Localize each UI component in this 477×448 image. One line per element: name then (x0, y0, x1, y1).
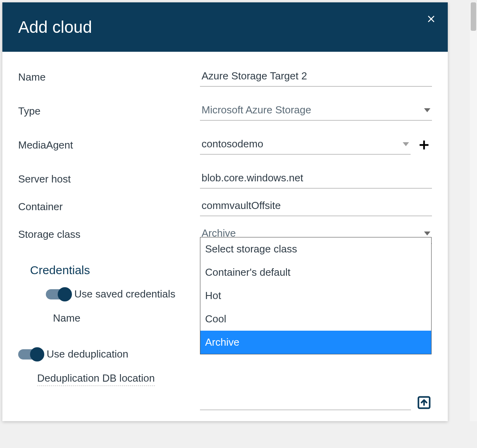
dedup-db-location-input-row (200, 395, 432, 410)
type-select[interactable]: Microsoft Azure Storage (200, 102, 432, 120)
chevron-down-icon (403, 142, 409, 146)
modal-title: Add cloud (18, 18, 92, 37)
credentials-name-label: Name (53, 312, 80, 324)
close-icon (427, 15, 436, 23)
close-button[interactable] (426, 13, 437, 24)
storageclass-option[interactable]: Container's default (200, 261, 431, 284)
storageclass-option[interactable]: Cool (200, 307, 431, 331)
plus-icon (418, 139, 430, 151)
name-row: Name (18, 68, 432, 87)
storageclass-option[interactable]: Hot (200, 284, 431, 307)
name-label: Name (18, 71, 200, 83)
dedup-db-location-input[interactable] (200, 397, 411, 410)
toggle-knob (58, 287, 72, 301)
container-input[interactable] (200, 197, 432, 216)
type-row: Type Microsoft Azure Storage (18, 102, 432, 120)
browse-location-button[interactable] (417, 395, 432, 410)
chevron-down-icon (424, 232, 430, 235)
mediaagent-select[interactable]: contosodemo (200, 136, 411, 154)
vertical-scrollbar[interactable] (470, 2, 477, 421)
modal-header: Add cloud (2, 2, 448, 52)
mediaagent-row: MediaAgent contosodemo (18, 136, 432, 154)
container-label: Container (18, 201, 200, 213)
dedup-db-location-label: Deduplication DB location (37, 372, 155, 386)
storageclass-option[interactable]: Select storage class (200, 237, 431, 261)
use-dedup-toggle[interactable] (18, 349, 43, 360)
use-saved-credentials-toggle[interactable] (46, 289, 70, 299)
add-cloud-modal: Add cloud Name Type Microsoft Azure Stor… (2, 2, 448, 421)
dedup-db-location-row: Deduplication DB location (37, 372, 432, 386)
serverhost-row: Server host (18, 169, 432, 188)
scrollbar-thumb[interactable] (471, 2, 476, 31)
use-saved-credentials-label: Use saved credentials (74, 288, 175, 300)
type-value: Microsoft Azure Storage (202, 104, 311, 116)
toggle-knob (30, 347, 44, 361)
storageclass-option-selected[interactable]: Archive (200, 331, 431, 354)
storageclass-dropdown-panel: Select storage class Container's default… (200, 237, 432, 354)
name-input[interactable] (200, 68, 432, 87)
add-mediaagent-button[interactable] (416, 137, 432, 153)
serverhost-input[interactable] (200, 169, 432, 188)
chevron-down-icon (424, 108, 430, 112)
type-label: Type (18, 105, 200, 117)
mediaagent-label: MediaAgent (18, 139, 200, 151)
use-dedup-label: Use deduplication (47, 348, 128, 360)
serverhost-label: Server host (18, 173, 200, 185)
upload-icon (417, 395, 432, 410)
storageclass-label: Storage class (18, 228, 200, 241)
mediaagent-value: contosodemo (202, 138, 263, 150)
container-row: Container (18, 197, 432, 216)
